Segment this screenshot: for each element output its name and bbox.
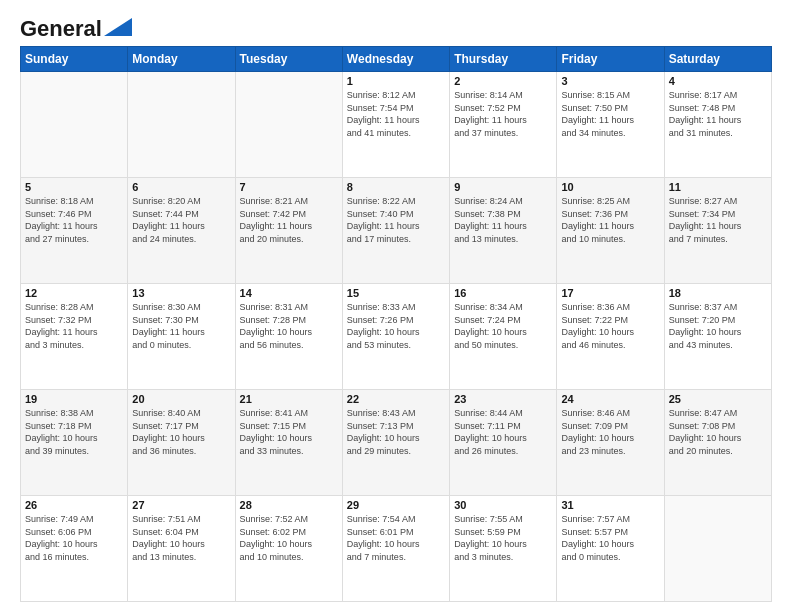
calendar-cell: 3Sunrise: 8:15 AM Sunset: 7:50 PM Daylig…: [557, 72, 664, 178]
calendar-cell: 12Sunrise: 8:28 AM Sunset: 7:32 PM Dayli…: [21, 284, 128, 390]
day-info: Sunrise: 8:36 AM Sunset: 7:22 PM Dayligh…: [561, 301, 659, 351]
day-number: 22: [347, 393, 445, 405]
calendar-cell: 8Sunrise: 8:22 AM Sunset: 7:40 PM Daylig…: [342, 178, 449, 284]
calendar-cell: 16Sunrise: 8:34 AM Sunset: 7:24 PM Dayli…: [450, 284, 557, 390]
calendar-cell: [235, 72, 342, 178]
calendar-cell: 21Sunrise: 8:41 AM Sunset: 7:15 PM Dayli…: [235, 390, 342, 496]
day-info: Sunrise: 7:51 AM Sunset: 6:04 PM Dayligh…: [132, 513, 230, 563]
calendar-cell: 4Sunrise: 8:17 AM Sunset: 7:48 PM Daylig…: [664, 72, 771, 178]
calendar-cell: 22Sunrise: 8:43 AM Sunset: 7:13 PM Dayli…: [342, 390, 449, 496]
logo-general: General: [20, 16, 102, 42]
col-header-friday: Friday: [557, 47, 664, 72]
day-info: Sunrise: 8:38 AM Sunset: 7:18 PM Dayligh…: [25, 407, 123, 457]
calendar-cell: 30Sunrise: 7:55 AM Sunset: 5:59 PM Dayli…: [450, 496, 557, 602]
calendar-cell: 17Sunrise: 8:36 AM Sunset: 7:22 PM Dayli…: [557, 284, 664, 390]
day-number: 29: [347, 499, 445, 511]
calendar-cell: 26Sunrise: 7:49 AM Sunset: 6:06 PM Dayli…: [21, 496, 128, 602]
col-header-saturday: Saturday: [664, 47, 771, 72]
day-number: 24: [561, 393, 659, 405]
calendar-cell: 29Sunrise: 7:54 AM Sunset: 6:01 PM Dayli…: [342, 496, 449, 602]
calendar-cell: 13Sunrise: 8:30 AM Sunset: 7:30 PM Dayli…: [128, 284, 235, 390]
day-number: 9: [454, 181, 552, 193]
day-info: Sunrise: 8:27 AM Sunset: 7:34 PM Dayligh…: [669, 195, 767, 245]
calendar-cell: 31Sunrise: 7:57 AM Sunset: 5:57 PM Dayli…: [557, 496, 664, 602]
day-number: 27: [132, 499, 230, 511]
day-number: 23: [454, 393, 552, 405]
svg-marker-0: [104, 18, 132, 36]
col-header-tuesday: Tuesday: [235, 47, 342, 72]
day-info: Sunrise: 8:24 AM Sunset: 7:38 PM Dayligh…: [454, 195, 552, 245]
day-info: Sunrise: 8:31 AM Sunset: 7:28 PM Dayligh…: [240, 301, 338, 351]
calendar-cell: [21, 72, 128, 178]
day-info: Sunrise: 8:34 AM Sunset: 7:24 PM Dayligh…: [454, 301, 552, 351]
col-header-monday: Monday: [128, 47, 235, 72]
day-number: 25: [669, 393, 767, 405]
day-info: Sunrise: 8:12 AM Sunset: 7:54 PM Dayligh…: [347, 89, 445, 139]
calendar-week-row: 19Sunrise: 8:38 AM Sunset: 7:18 PM Dayli…: [21, 390, 772, 496]
day-info: Sunrise: 8:43 AM Sunset: 7:13 PM Dayligh…: [347, 407, 445, 457]
day-info: Sunrise: 8:25 AM Sunset: 7:36 PM Dayligh…: [561, 195, 659, 245]
day-info: Sunrise: 8:41 AM Sunset: 7:15 PM Dayligh…: [240, 407, 338, 457]
day-number: 28: [240, 499, 338, 511]
day-info: Sunrise: 8:47 AM Sunset: 7:08 PM Dayligh…: [669, 407, 767, 457]
calendar-cell: [664, 496, 771, 602]
day-info: Sunrise: 8:37 AM Sunset: 7:20 PM Dayligh…: [669, 301, 767, 351]
day-number: 13: [132, 287, 230, 299]
day-number: 6: [132, 181, 230, 193]
day-number: 1: [347, 75, 445, 87]
calendar-cell: 18Sunrise: 8:37 AM Sunset: 7:20 PM Dayli…: [664, 284, 771, 390]
day-number: 15: [347, 287, 445, 299]
day-number: 17: [561, 287, 659, 299]
calendar-cell: 9Sunrise: 8:24 AM Sunset: 7:38 PM Daylig…: [450, 178, 557, 284]
calendar-cell: 6Sunrise: 8:20 AM Sunset: 7:44 PM Daylig…: [128, 178, 235, 284]
day-number: 5: [25, 181, 123, 193]
day-info: Sunrise: 8:21 AM Sunset: 7:42 PM Dayligh…: [240, 195, 338, 245]
day-number: 30: [454, 499, 552, 511]
calendar-week-row: 12Sunrise: 8:28 AM Sunset: 7:32 PM Dayli…: [21, 284, 772, 390]
day-number: 12: [25, 287, 123, 299]
day-number: 26: [25, 499, 123, 511]
day-info: Sunrise: 7:49 AM Sunset: 6:06 PM Dayligh…: [25, 513, 123, 563]
day-number: 21: [240, 393, 338, 405]
day-info: Sunrise: 8:14 AM Sunset: 7:52 PM Dayligh…: [454, 89, 552, 139]
day-info: Sunrise: 7:54 AM Sunset: 6:01 PM Dayligh…: [347, 513, 445, 563]
day-info: Sunrise: 8:17 AM Sunset: 7:48 PM Dayligh…: [669, 89, 767, 139]
day-info: Sunrise: 8:46 AM Sunset: 7:09 PM Dayligh…: [561, 407, 659, 457]
calendar-cell: 23Sunrise: 8:44 AM Sunset: 7:11 PM Dayli…: [450, 390, 557, 496]
col-header-sunday: Sunday: [21, 47, 128, 72]
day-number: 7: [240, 181, 338, 193]
day-number: 3: [561, 75, 659, 87]
calendar-cell: 15Sunrise: 8:33 AM Sunset: 7:26 PM Dayli…: [342, 284, 449, 390]
day-info: Sunrise: 7:57 AM Sunset: 5:57 PM Dayligh…: [561, 513, 659, 563]
col-header-thursday: Thursday: [450, 47, 557, 72]
day-info: Sunrise: 8:28 AM Sunset: 7:32 PM Dayligh…: [25, 301, 123, 351]
day-info: Sunrise: 8:33 AM Sunset: 7:26 PM Dayligh…: [347, 301, 445, 351]
calendar-cell: 11Sunrise: 8:27 AM Sunset: 7:34 PM Dayli…: [664, 178, 771, 284]
day-number: 4: [669, 75, 767, 87]
day-number: 10: [561, 181, 659, 193]
day-info: Sunrise: 8:22 AM Sunset: 7:40 PM Dayligh…: [347, 195, 445, 245]
calendar-cell: 14Sunrise: 8:31 AM Sunset: 7:28 PM Dayli…: [235, 284, 342, 390]
calendar-cell: 27Sunrise: 7:51 AM Sunset: 6:04 PM Dayli…: [128, 496, 235, 602]
day-number: 19: [25, 393, 123, 405]
calendar-cell: 25Sunrise: 8:47 AM Sunset: 7:08 PM Dayli…: [664, 390, 771, 496]
day-info: Sunrise: 8:15 AM Sunset: 7:50 PM Dayligh…: [561, 89, 659, 139]
calendar-cell: 20Sunrise: 8:40 AM Sunset: 7:17 PM Dayli…: [128, 390, 235, 496]
day-number: 11: [669, 181, 767, 193]
calendar-week-row: 5Sunrise: 8:18 AM Sunset: 7:46 PM Daylig…: [21, 178, 772, 284]
day-number: 31: [561, 499, 659, 511]
calendar-table: SundayMondayTuesdayWednesdayThursdayFrid…: [20, 46, 772, 602]
day-info: Sunrise: 8:30 AM Sunset: 7:30 PM Dayligh…: [132, 301, 230, 351]
logo: General: [20, 16, 132, 38]
day-info: Sunrise: 8:44 AM Sunset: 7:11 PM Dayligh…: [454, 407, 552, 457]
calendar-week-row: 1Sunrise: 8:12 AM Sunset: 7:54 PM Daylig…: [21, 72, 772, 178]
calendar-cell: 28Sunrise: 7:52 AM Sunset: 6:02 PM Dayli…: [235, 496, 342, 602]
day-info: Sunrise: 8:18 AM Sunset: 7:46 PM Dayligh…: [25, 195, 123, 245]
calendar-header-row: SundayMondayTuesdayWednesdayThursdayFrid…: [21, 47, 772, 72]
calendar-week-row: 26Sunrise: 7:49 AM Sunset: 6:06 PM Dayli…: [21, 496, 772, 602]
calendar-cell: 7Sunrise: 8:21 AM Sunset: 7:42 PM Daylig…: [235, 178, 342, 284]
day-number: 20: [132, 393, 230, 405]
calendar-cell: 1Sunrise: 8:12 AM Sunset: 7:54 PM Daylig…: [342, 72, 449, 178]
page: General SundayMondayTuesdayWednesdayThur…: [0, 0, 792, 612]
calendar-cell: 10Sunrise: 8:25 AM Sunset: 7:36 PM Dayli…: [557, 178, 664, 284]
